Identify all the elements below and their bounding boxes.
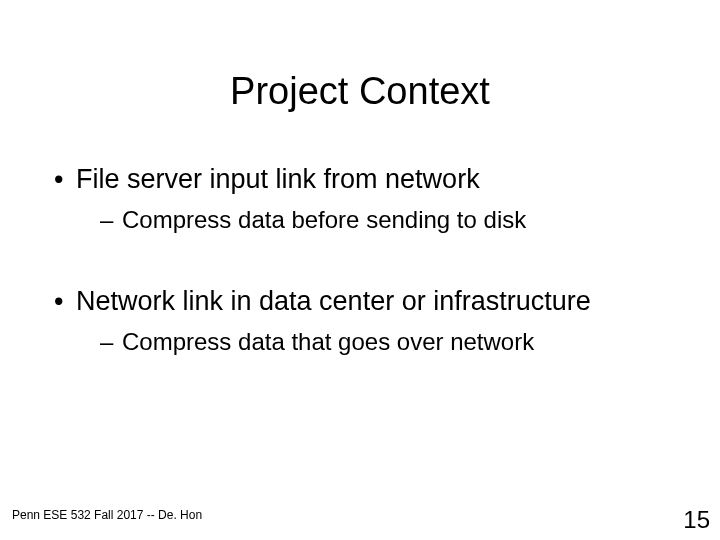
slide-title: Project Context (50, 70, 670, 113)
slide-content: File server input link from network Comp… (50, 163, 670, 357)
bullet-item: File server input link from network (54, 163, 670, 197)
spacer (54, 243, 670, 285)
bullet-item: Network link in data center or infrastru… (54, 285, 670, 319)
page-number: 15 (683, 506, 710, 534)
slide-footer: Penn ESE 532 Fall 2017 -- De. Hon (12, 508, 202, 522)
bullet-sub-item: Compress data that goes over network (54, 327, 670, 357)
slide: Project Context File server input link f… (0, 0, 720, 540)
bullet-sub-item: Compress data before sending to disk (54, 205, 670, 235)
